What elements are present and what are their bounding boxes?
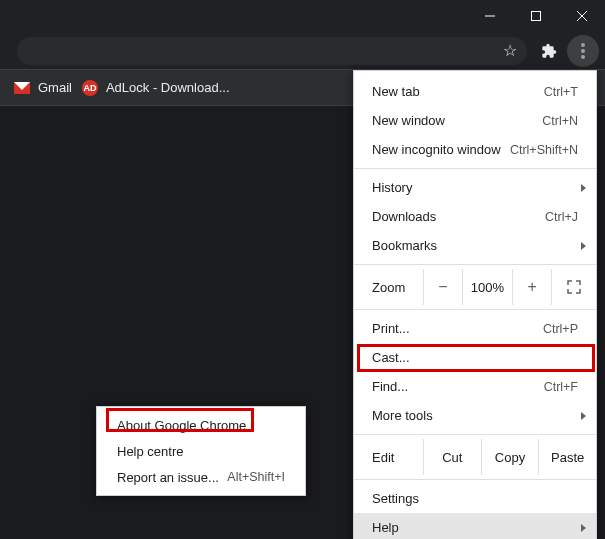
menu-item-label: Downloads [372,209,436,224]
menu-item-label: Find... [372,379,408,394]
omnibox[interactable]: ☆ [17,37,527,65]
menu-help[interactable]: Help [354,513,596,539]
extensions-button[interactable] [533,35,565,67]
chrome-menu: New tab Ctrl+T New window Ctrl+N New inc… [353,70,597,539]
menu-item-shortcut: Alt+Shift+I [227,470,285,484]
chevron-right-icon [581,184,586,192]
bookmark-label: Gmail [38,80,72,95]
menu-item-label: Print... [372,321,410,336]
menu-item-label: More tools [372,408,433,423]
menu-item-label: Help [372,520,399,535]
chevron-right-icon [581,412,586,420]
menu-item-label: Report an issue... [117,470,219,485]
zoom-value: 100% [463,269,513,305]
zoom-in-button[interactable]: + [513,269,553,305]
menu-separator [354,479,596,480]
bookmark-label: AdLock - Download... [106,80,230,95]
menu-item-shortcut: Ctrl+N [542,114,578,128]
gmail-icon [14,82,30,94]
bookmark-gmail[interactable]: Gmail [14,80,72,95]
menu-separator [354,309,596,310]
close-button[interactable] [559,0,605,32]
edit-paste-button[interactable]: Paste [539,439,596,475]
edit-label: Edit [354,439,424,475]
bookmark-adlock[interactable]: AD AdLock - Download... [82,80,230,96]
help-report[interactable]: Report an issue... Alt+Shift+I [97,464,305,490]
edit-copy-button[interactable]: Copy [482,439,540,475]
adlock-icon: AD [82,80,98,96]
window-titlebar [0,0,605,32]
menu-find[interactable]: Find... Ctrl+F [354,372,596,401]
menu-print[interactable]: Print... Ctrl+P [354,314,596,343]
svg-point-4 [581,43,585,47]
svg-point-5 [581,49,585,53]
fullscreen-button[interactable] [552,269,596,305]
menu-item-shortcut: Ctrl+F [544,380,578,394]
menu-item-label: Settings [372,491,419,506]
menu-history[interactable]: History [354,173,596,202]
svg-point-6 [581,55,585,59]
menu-new-incognito[interactable]: New incognito window Ctrl+Shift+N [354,135,596,164]
menu-zoom: Zoom − 100% + [354,269,596,305]
menu-new-tab[interactable]: New tab Ctrl+T [354,77,596,106]
menu-item-label: New window [372,113,445,128]
menu-edit: Edit Cut Copy Paste [354,439,596,475]
menu-item-label: Help centre [117,444,183,459]
menu-cast[interactable]: Cast... [354,343,596,372]
menu-item-shortcut: Ctrl+Shift+N [510,143,578,157]
maximize-button[interactable] [513,0,559,32]
menu-item-label: History [372,180,412,195]
menu-item-shortcut: Ctrl+T [544,85,578,99]
menu-more-tools[interactable]: More tools [354,401,596,430]
menu-bookmarks[interactable]: Bookmarks [354,231,596,260]
zoom-out-button[interactable]: − [424,269,464,305]
menu-item-label: New tab [372,84,420,99]
help-submenu: About Google Chrome Help centre Report a… [96,406,306,496]
menu-item-label: About Google Chrome [117,418,246,433]
menu-downloads[interactable]: Downloads Ctrl+J [354,202,596,231]
chevron-right-icon [581,524,586,532]
zoom-label: Zoom [354,269,424,305]
menu-item-shortcut: Ctrl+J [545,210,578,224]
menu-item-label: New incognito window [372,142,501,157]
minimize-button[interactable] [467,0,513,32]
svg-rect-1 [532,12,541,21]
menu-item-label: Cast... [372,350,410,365]
edit-cut-button[interactable]: Cut [424,439,482,475]
menu-separator [354,434,596,435]
fullscreen-icon [567,280,581,294]
menu-item-label: Bookmarks [372,238,437,253]
help-about[interactable]: About Google Chrome [97,412,305,438]
chevron-right-icon [581,242,586,250]
menu-separator [354,264,596,265]
chrome-menu-button[interactable] [567,35,599,67]
menu-separator [354,168,596,169]
bookmark-star-icon[interactable]: ☆ [503,41,517,60]
help-centre[interactable]: Help centre [97,438,305,464]
menu-new-window[interactable]: New window Ctrl+N [354,106,596,135]
menu-item-shortcut: Ctrl+P [543,322,578,336]
menu-settings[interactable]: Settings [354,484,596,513]
toolbar: ☆ [0,32,605,70]
